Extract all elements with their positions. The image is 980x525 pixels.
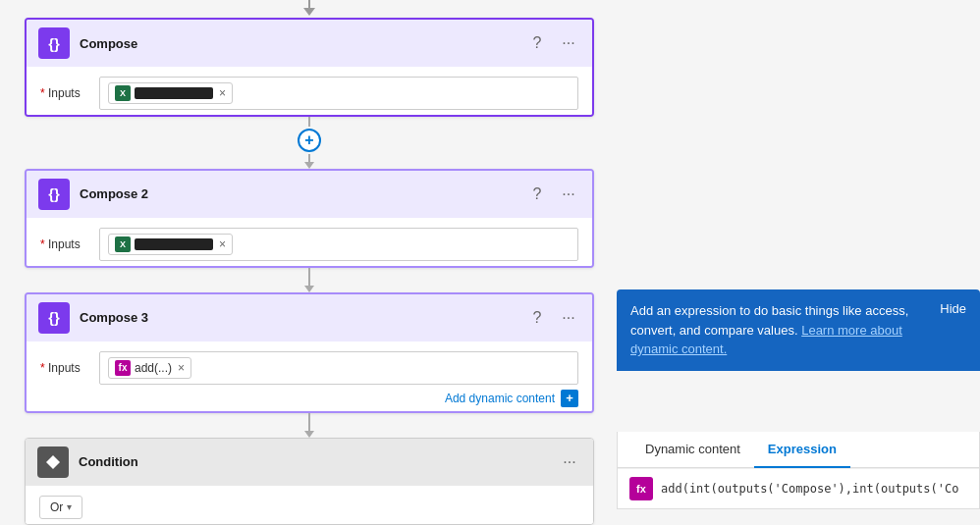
condition-icon (37, 446, 69, 478)
compose-3-token-value: add(...) (135, 361, 172, 375)
add-step-button[interactable]: + (298, 129, 321, 152)
excel-icon-2: X (115, 236, 131, 252)
compose-1-body: Inputs X × (27, 67, 592, 117)
plus-connector: + (298, 117, 321, 169)
add-dynamic-content-button[interactable]: + (561, 390, 578, 407)
compose-2-token: X × (108, 234, 233, 255)
compose-2-body: Inputs X × (27, 218, 592, 268)
compose-1-token-value (135, 87, 213, 99)
compose-2-actions: ? ··· (525, 183, 580, 206)
expression-fx-icon: fx (629, 477, 653, 500)
add-dynamic-content-link[interactable]: Add dynamic content (445, 392, 555, 405)
compose-1-actions: ? ··· (525, 31, 580, 55)
conn-line-1 (308, 117, 310, 127)
condition-actions: ··· (558, 450, 581, 474)
expression-tabs: Dynamic content Expression (618, 432, 979, 468)
compose-2-inputs-row: Inputs X × (40, 228, 578, 261)
compose-1-inputs-label: Inputs (40, 86, 89, 100)
fx-icon: fx (115, 360, 131, 376)
compose-1-help-icon[interactable]: ? (525, 31, 549, 55)
conn-line-2 (308, 154, 310, 162)
or-chevron-icon: ▾ (67, 501, 72, 512)
compose-1-inputs-row: Inputs X × (40, 77, 578, 110)
compose-2-help-icon[interactable]: ? (525, 183, 549, 206)
compose-3-card: {} Compose 3 ? ··· Inputs fx add(... (25, 292, 594, 413)
tooltip-header: Add an expression to do basic things lik… (617, 289, 980, 371)
compose-3-icon: {} (38, 302, 70, 334)
tooltip-panel: Add an expression to do basic things lik… (617, 289, 980, 371)
compose-2-inputs-label: Inputs (40, 237, 89, 251)
excel-icon: X (115, 85, 131, 101)
add-dynamic-row: Add dynamic content + (40, 390, 578, 407)
compose-3-inputs-row: Inputs fx add(...) × (40, 351, 578, 385)
compose-3-header: {} Compose 3 ? ··· (27, 294, 592, 341)
connector-2 (304, 268, 314, 292)
compose-3-token: fx add(...) × (108, 357, 191, 379)
expression-value[interactable]: add(int(outputs('Compose'),int(outputs('… (661, 482, 958, 496)
compose-1-icon: {} (38, 27, 70, 59)
compose-3-inputs-label: Inputs (40, 361, 89, 375)
compose-2-card: {} Compose 2 ? ··· Inputs X (25, 169, 594, 268)
hide-button[interactable]: Hide (940, 301, 966, 316)
compose-3-token-close[interactable]: × (178, 361, 185, 375)
compose-1-title: Compose (80, 36, 516, 51)
compose-1-token: X × (108, 82, 233, 104)
condition-more-icon[interactable]: ··· (558, 450, 581, 474)
compose-2-input-field[interactable]: X × (99, 228, 578, 261)
compose-2-header: {} Compose 2 ? ··· (27, 171, 592, 218)
expression-panel: Dynamic content Expression fx add(int(ou… (617, 432, 980, 509)
tooltip-text: Add an expression to do basic things lik… (630, 301, 928, 359)
compose-3-input-field[interactable]: fx add(...) × (99, 351, 578, 385)
connector-3 (304, 413, 314, 438)
condition-body: Or ▾ (26, 486, 593, 525)
compose-1-input-field[interactable]: X × (99, 77, 578, 110)
compose-1-card: {} Compose ? ··· Inputs X (25, 18, 594, 117)
compose-1-header: {} Compose ? ··· (27, 20, 592, 67)
condition-card: Condition ··· Or ▾ (25, 438, 594, 525)
tab-dynamic-content[interactable]: Dynamic content (631, 432, 754, 468)
compose-3-body: Inputs fx add(...) × Add dynamic content… (27, 341, 592, 413)
compose-2-more-icon[interactable]: ··· (557, 183, 580, 206)
compose-3-more-icon[interactable]: ··· (557, 306, 580, 330)
compose-2-icon: {} (38, 179, 70, 210)
compose-3-title: Compose 3 (80, 310, 516, 325)
condition-header: Condition ··· (26, 439, 593, 486)
compose-1-more-icon[interactable]: ··· (557, 31, 580, 55)
compose-3-actions: ? ··· (525, 306, 580, 330)
compose-2-title: Compose 2 (80, 186, 516, 201)
compose-2-token-value (135, 238, 213, 250)
svg-marker-0 (46, 455, 60, 469)
or-button[interactable]: Or ▾ (39, 496, 82, 519)
condition-title: Condition (79, 454, 548, 469)
compose-3-help-icon[interactable]: ? (525, 306, 549, 330)
expression-input-row: fx add(int(outputs('Compose'),int(output… (618, 468, 979, 508)
tab-expression[interactable]: Expression (754, 432, 850, 468)
compose-2-token-close[interactable]: × (219, 237, 226, 251)
compose-1-token-close[interactable]: × (219, 86, 226, 100)
conn-arrow-1 (304, 162, 314, 169)
top-connector (303, 0, 315, 16)
